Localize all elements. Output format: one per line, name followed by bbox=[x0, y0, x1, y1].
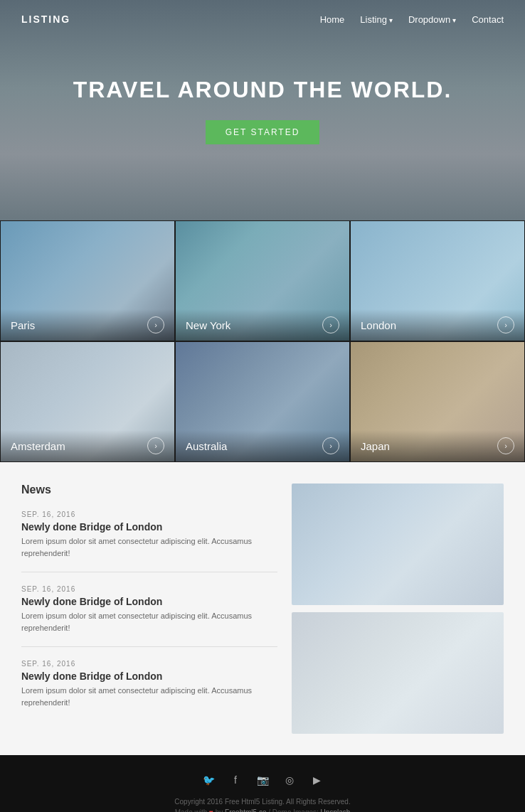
news-date-1: SEP. 16, 2016 bbox=[21, 511, 277, 518]
footer-copyright: Copyright 2016 Free Html5 Listing. All R… bbox=[14, 798, 511, 806]
city-name-london: London bbox=[361, 319, 396, 331]
news-item-3: SEP. 16, 2016 Newly done Bridge of Londo… bbox=[21, 660, 277, 721]
listing-dropdown-icon: ▾ bbox=[389, 16, 393, 24]
nav-item-contact[interactable]: Contact bbox=[472, 13, 504, 26]
city-overlay-london: London › bbox=[351, 309, 524, 341]
city-grid-section: Paris › New York › London › Amsterdam › bbox=[0, 220, 525, 462]
city-arrow-london[interactable]: › bbox=[497, 316, 514, 333]
nav-item-dropdown[interactable]: Dropdown▾ bbox=[408, 13, 456, 26]
heart-icon: ♥ bbox=[209, 808, 213, 812]
news-body-3: Lorem ipsum dolor sit amet consectetur a… bbox=[21, 685, 277, 708]
unsplash-link[interactable]: Unsplash bbox=[321, 808, 351, 812]
news-section: News SEP. 16, 2016 Newly done Bridge of … bbox=[0, 462, 525, 755]
news-image-2 bbox=[292, 612, 504, 734]
dropdown-dropdown-icon: ▾ bbox=[452, 16, 456, 24]
news-body-2: Lorem ipsum dolor sit amet consectetur a… bbox=[21, 610, 277, 634]
city-overlay-amsterdam: Amsterdam › bbox=[1, 430, 174, 461]
get-started-button[interactable]: GET STARTED bbox=[206, 120, 320, 144]
navbar: LISTING Home Listing▾ Dropdown▾ Contact bbox=[0, 0, 525, 38]
news-left: News SEP. 16, 2016 Newly done Bridge of … bbox=[21, 484, 277, 734]
city-overlay-japan: Japan › bbox=[351, 430, 524, 461]
news-section-title: News bbox=[21, 484, 277, 496]
navbar-brand[interactable]: LISTING bbox=[21, 14, 70, 25]
instagram-icon[interactable]: 📷 bbox=[255, 772, 270, 788]
news-images bbox=[292, 484, 504, 734]
news-headline-1[interactable]: Newly done Bridge of London bbox=[21, 521, 277, 533]
news-headline-3[interactable]: Newly done Bridge of London bbox=[21, 671, 277, 682]
facebook-icon[interactable]: f bbox=[228, 772, 243, 788]
city-card-paris[interactable]: Paris › bbox=[0, 220, 175, 341]
twitter-icon[interactable]: 🐦 bbox=[201, 772, 216, 788]
news-item-1: SEP. 16, 2016 Newly done Bridge of Londo… bbox=[21, 511, 277, 572]
city-name-australia: Australia bbox=[186, 440, 227, 452]
city-arrow-amsterdam[interactable]: › bbox=[147, 437, 164, 454]
city-name-japan: Japan bbox=[361, 440, 390, 452]
youtube-icon[interactable]: ▶ bbox=[309, 772, 324, 788]
navbar-nav: Home Listing▾ Dropdown▾ Contact bbox=[320, 13, 504, 26]
city-card-london[interactable]: London › bbox=[350, 220, 525, 341]
dribbble-icon[interactable]: ◎ bbox=[282, 772, 297, 788]
city-grid: Paris › New York › London › Amsterdam › bbox=[0, 220, 525, 462]
footer-social: 🐦 f 📷 ◎ ▶ bbox=[14, 772, 511, 788]
city-arrow-japan[interactable]: › bbox=[497, 437, 514, 454]
city-card-newyork[interactable]: New York › bbox=[175, 220, 350, 341]
city-arrow-newyork[interactable]: › bbox=[322, 316, 339, 333]
news-headline-2[interactable]: Newly done Bridge of London bbox=[21, 596, 277, 607]
city-arrow-australia[interactable]: › bbox=[322, 437, 339, 454]
nav-item-listing[interactable]: Listing▾ bbox=[360, 13, 393, 26]
news-date-2: SEP. 16, 2016 bbox=[21, 585, 277, 593]
city-name-amsterdam: Amsterdam bbox=[11, 440, 65, 452]
news-item-2: SEP. 16, 2016 Newly done Bridge of Londo… bbox=[21, 585, 277, 647]
city-overlay-australia: Australia › bbox=[176, 430, 349, 461]
city-card-australia[interactable]: Australia › bbox=[175, 341, 350, 462]
news-image-1 bbox=[292, 484, 504, 605]
freehtml5-link[interactable]: Freehtml5.co bbox=[225, 808, 266, 812]
footer: 🐦 f 📷 ◎ ▶ Copyright 2016 Free Html5 List… bbox=[0, 755, 525, 812]
city-card-japan[interactable]: Japan › bbox=[350, 341, 525, 462]
city-name-newyork: New York bbox=[186, 319, 230, 331]
city-name-paris: Paris bbox=[11, 319, 35, 331]
footer-made: Made with ♥ by Freehtml5.co / Demo Image… bbox=[14, 808, 511, 812]
city-arrow-paris[interactable]: › bbox=[147, 316, 164, 333]
city-card-amsterdam[interactable]: Amsterdam › bbox=[0, 341, 175, 462]
news-body-1: Lorem ipsum dolor sit amet consectetur a… bbox=[21, 535, 277, 559]
hero-title: TRAVEL AROUND THE WORLD. bbox=[73, 77, 452, 103]
news-date-3: SEP. 16, 2016 bbox=[21, 660, 277, 668]
city-overlay-paris: Paris › bbox=[1, 309, 174, 341]
city-overlay-newyork: New York › bbox=[176, 309, 349, 341]
nav-item-home[interactable]: Home bbox=[320, 13, 345, 26]
